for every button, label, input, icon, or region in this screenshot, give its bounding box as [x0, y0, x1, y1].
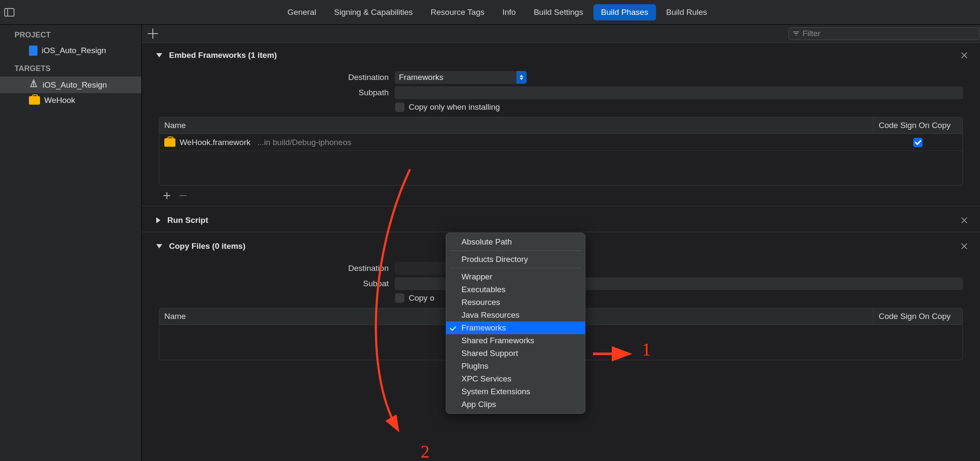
filter-icon: [793, 31, 799, 36]
build-phases-pane: Filter Embed Frameworks (1 item) Destina…: [142, 25, 980, 461]
remove-phase-icon[interactable]: [960, 51, 968, 59]
destination-value: Frameworks: [399, 73, 444, 82]
phase-title: Run Script: [167, 216, 208, 225]
framework-path: ...in build/Debug-iphoneos: [257, 138, 351, 147]
code-sign-checkbox[interactable]: [913, 138, 923, 147]
subpath-label: Subpat: [159, 279, 389, 288]
remove-phase-icon[interactable]: [960, 242, 968, 250]
destination-label: Destination: [159, 73, 389, 82]
tab-build-phases[interactable]: Build Phases: [593, 4, 656, 20]
section-label-project: PROJECT: [0, 25, 141, 43]
menu-item-wrapper[interactable]: Wrapper: [446, 270, 585, 283]
remove-phase-icon[interactable]: [960, 216, 968, 224]
target-label: iOS_Auto_Resign: [43, 80, 107, 90]
framework-icon: [164, 138, 175, 147]
copy-only-checkbox[interactable]: [395, 293, 404, 303]
project-navigator: PROJECT iOS_Auto_Resign TARGETS iOS_Auto…: [0, 25, 142, 461]
menu-item-shared-support[interactable]: Shared Support: [446, 347, 585, 360]
app-icon: [29, 79, 38, 91]
menu-item-executables[interactable]: Executables: [446, 283, 585, 296]
disclosure-triangle-icon[interactable]: [156, 244, 162, 248]
destination-label: Destination: [159, 264, 389, 273]
phase-embed-frameworks: Embed Frameworks (1 item) Destination Fr…: [142, 43, 980, 204]
copy-only-label: Copy only when installing: [409, 102, 500, 112]
col-code-sign: Code Sign On Copy: [873, 308, 963, 324]
menu-item-absolute-path[interactable]: Absolute Path: [446, 236, 585, 248]
subpath-label: Subpath: [159, 88, 389, 97]
phase-title: Embed Frameworks (1 item): [169, 51, 277, 60]
project-name: iOS_Auto_Resign: [42, 46, 106, 55]
copy-only-label: Copy o: [409, 293, 434, 303]
add-phase-icon[interactable]: [148, 28, 158, 39]
toolbox-icon: [29, 96, 40, 105]
panel-toggle-icon[interactable]: [4, 8, 14, 17]
phase-title: Copy Files (0 items): [169, 242, 246, 251]
chevron-updown-icon: [516, 71, 527, 84]
project-doc-icon: [29, 46, 37, 56]
remove-row-icon[interactable]: [176, 191, 190, 201]
framework-name: WeHook.framework: [180, 138, 250, 147]
tab-resource-tags[interactable]: Resource Tags: [423, 4, 492, 20]
annotation-2: 2: [421, 441, 430, 461]
filter-placeholder: Filter: [802, 29, 820, 38]
menu-separator: [450, 250, 582, 251]
menu-item-frameworks[interactable]: Frameworks: [446, 322, 585, 334]
embed-frameworks-table: Name Code Sign On Copy WeHook.framework …: [159, 117, 963, 185]
phase-header-runscript[interactable]: Run Script: [142, 208, 980, 230]
tab-general[interactable]: General: [280, 4, 324, 20]
menu-item-java-resources[interactable]: Java Resources: [446, 309, 585, 322]
tab-build-rules[interactable]: Build Rules: [659, 4, 715, 20]
table-row[interactable]: WeHook.framework ...in build/Debug-iphon…: [159, 134, 963, 151]
tab-build-settings[interactable]: Build Settings: [526, 4, 591, 20]
col-name: Name: [159, 117, 873, 134]
tab-info[interactable]: Info: [495, 4, 524, 20]
menu-item-xpc-services[interactable]: XPC Services: [446, 373, 585, 385]
disclosure-triangle-icon[interactable]: [156, 53, 162, 57]
disclosure-triangle-icon[interactable]: [156, 217, 160, 223]
phase-topbar: Filter: [142, 25, 980, 43]
target-label: WeHook: [44, 96, 75, 105]
menu-item-shared-frameworks[interactable]: Shared Frameworks: [446, 334, 585, 347]
add-row-icon[interactable]: [160, 191, 174, 201]
menu-item-plugins[interactable]: PlugIns: [446, 360, 585, 373]
menu-item-app-clips[interactable]: App Clips: [446, 398, 585, 411]
tab-signing-capabilities[interactable]: Signing & Capabilities: [327, 4, 421, 20]
project-item[interactable]: iOS_Auto_Resign: [0, 43, 141, 58]
menu-separator: [450, 268, 582, 268]
phase-run-script: Run Script: [142, 208, 980, 230]
copy-only-checkbox[interactable]: [395, 102, 404, 112]
phase-header-embed[interactable]: Embed Frameworks (1 item): [142, 43, 980, 65]
menu-item-resources[interactable]: Resources: [446, 296, 585, 309]
target-item-ios-auto-resign[interactable]: iOS_Auto_Resign: [0, 77, 141, 93]
menu-item-products-directory[interactable]: Products Directory: [446, 253, 585, 266]
filter-input[interactable]: Filter: [788, 27, 980, 40]
editor-tabs: GeneralSigning & CapabilitiesResource Ta…: [280, 4, 715, 20]
main-toolbar: GeneralSigning & CapabilitiesResource Ta…: [0, 0, 980, 25]
target-item-wehook[interactable]: WeHook: [0, 93, 141, 108]
col-code-sign: Code Sign On Copy: [873, 117, 963, 134]
menu-item-system-extensions[interactable]: System Extensions: [446, 385, 585, 398]
destination-dropdown: Absolute PathProducts DirectoryWrapperEx…: [446, 233, 585, 414]
section-label-targets: TARGETS: [0, 58, 141, 77]
destination-select[interactable]: Frameworks: [395, 71, 527, 84]
subpath-input[interactable]: [395, 86, 963, 99]
